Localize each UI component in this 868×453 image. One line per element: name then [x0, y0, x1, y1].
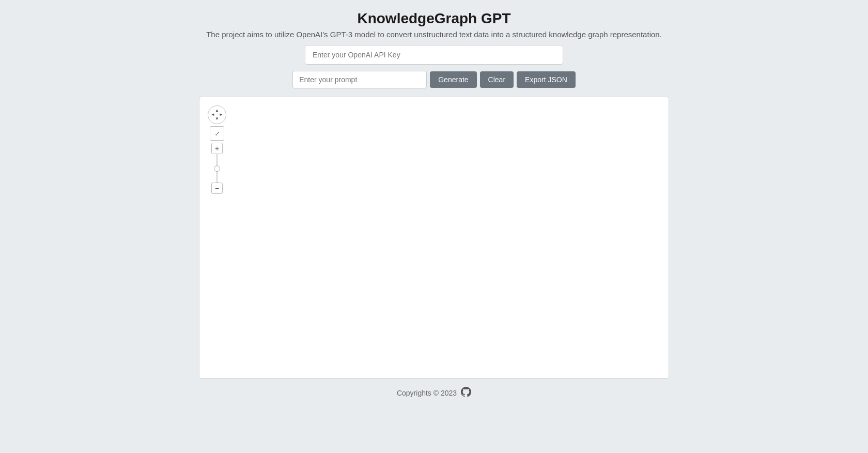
github-icon — [461, 387, 471, 397]
pan-right-icon: ► — [219, 113, 223, 117]
app-subtitle: The project aims to utilize OpenAI's GPT… — [206, 30, 662, 39]
app-title: KnowledgeGraph GPT — [206, 10, 662, 27]
zoom-out-button[interactable]: − — [211, 183, 223, 194]
header: KnowledgeGraph GPT The project aims to u… — [206, 10, 662, 39]
pan-left-icon: ◄ — [211, 113, 215, 117]
copyright-text: Copyrights © 2023 — [397, 389, 457, 397]
fit-icon: ⤢ — [215, 130, 220, 137]
prompt-input[interactable] — [292, 71, 427, 88]
page-wrapper: KnowledgeGraph GPT The project aims to u… — [0, 0, 868, 399]
pan-control[interactable]: ▲ ◄ ► ▼ — [208, 105, 226, 124]
pan-down-icon: ▼ — [215, 117, 219, 121]
clear-button[interactable]: Clear — [480, 71, 514, 88]
pan-up-icon: ▲ — [215, 109, 219, 113]
footer: Copyrights © 2023 — [397, 387, 471, 399]
zoom-in-button[interactable]: + — [211, 143, 223, 154]
api-key-input[interactable] — [305, 45, 563, 65]
github-link[interactable] — [461, 387, 471, 399]
graph-canvas: ▲ ◄ ► ▼ ⤢ + − — [199, 97, 669, 379]
graph-controls: ▲ ◄ ► ▼ ⤢ + − — [208, 105, 226, 194]
api-key-container — [305, 45, 563, 65]
fit-control[interactable]: ⤢ — [210, 126, 224, 141]
generate-button[interactable]: Generate — [430, 71, 476, 88]
zoom-track[interactable] — [216, 154, 218, 183]
zoom-thumb — [214, 165, 220, 172]
zoom-slider-container: + − — [211, 143, 223, 194]
prompt-container: Generate Clear Export JSON — [292, 71, 576, 88]
export-json-button[interactable]: Export JSON — [517, 71, 576, 88]
